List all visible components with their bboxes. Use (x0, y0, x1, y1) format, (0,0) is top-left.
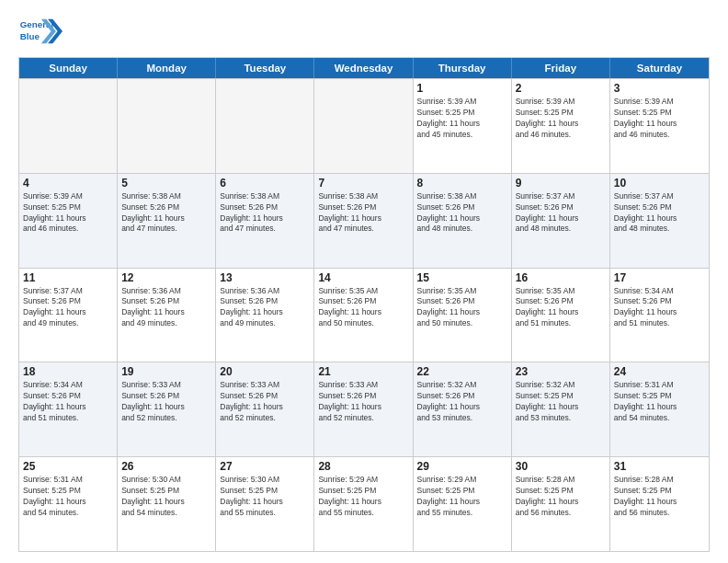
generalblue-logo-icon: General Blue (18, 15, 63, 48)
header-day-saturday: Saturday (610, 58, 709, 78)
calendar-day-13: 13Sunrise: 5:36 AMSunset: 5:26 PMDayligh… (216, 269, 314, 362)
day-number: 10 (614, 177, 705, 190)
logo: General Blue (18, 15, 63, 48)
day-info: Sunrise: 5:28 AMSunset: 5:25 PMDaylight:… (614, 475, 705, 519)
calendar-day-2: 2Sunrise: 5:39 AMSunset: 5:25 PMDaylight… (512, 79, 610, 173)
calendar-week-5: 25Sunrise: 5:31 AMSunset: 5:25 PMDayligh… (19, 456, 709, 551)
day-info: Sunrise: 5:38 AMSunset: 5:26 PMDaylight:… (121, 191, 211, 236)
calendar-week-1: 1Sunrise: 5:39 AMSunset: 5:25 PMDaylight… (19, 78, 709, 173)
calendar-day-20: 20Sunrise: 5:33 AMSunset: 5:26 PMDayligh… (216, 362, 314, 456)
calendar-day-18: 18Sunrise: 5:34 AMSunset: 5:26 PMDayligh… (19, 362, 118, 456)
day-info: Sunrise: 5:37 AMSunset: 5:26 PMDaylight:… (516, 191, 606, 236)
day-number: 20 (220, 365, 310, 378)
day-number: 27 (220, 460, 310, 473)
day-info: Sunrise: 5:30 AMSunset: 5:25 PMDaylight:… (220, 475, 310, 519)
day-number: 19 (121, 365, 211, 378)
calendar-day-15: 15Sunrise: 5:35 AMSunset: 5:26 PMDayligh… (414, 269, 512, 362)
day-number: 8 (417, 177, 507, 190)
calendar-week-3: 11Sunrise: 5:37 AMSunset: 5:26 PMDayligh… (19, 268, 709, 362)
calendar-body: 1Sunrise: 5:39 AMSunset: 5:25 PMDaylight… (19, 78, 709, 551)
day-number: 4 (23, 177, 113, 190)
day-info: Sunrise: 5:38 AMSunset: 5:26 PMDaylight:… (318, 191, 408, 236)
day-info: Sunrise: 5:32 AMSunset: 5:26 PMDaylight:… (417, 380, 507, 424)
day-info: Sunrise: 5:28 AMSunset: 5:25 PMDaylight:… (516, 475, 606, 519)
day-number: 16 (516, 271, 606, 284)
day-info: Sunrise: 5:30 AMSunset: 5:25 PMDaylight:… (121, 475, 211, 519)
calendar-day-30: 30Sunrise: 5:28 AMSunset: 5:25 PMDayligh… (512, 457, 610, 551)
calendar-empty-cell (216, 79, 314, 173)
calendar-day-25: 25Sunrise: 5:31 AMSunset: 5:25 PMDayligh… (19, 457, 118, 551)
header-day-tuesday: Tuesday (216, 58, 314, 78)
calendar-day-6: 6Sunrise: 5:38 AMSunset: 5:26 PMDaylight… (216, 174, 314, 268)
day-info: Sunrise: 5:32 AMSunset: 5:25 PMDaylight:… (516, 380, 606, 424)
svg-text:Blue: Blue (20, 31, 40, 41)
day-number: 21 (318, 365, 408, 378)
day-number: 31 (614, 460, 705, 473)
day-number: 29 (417, 460, 507, 473)
calendar-day-19: 19Sunrise: 5:33 AMSunset: 5:26 PMDayligh… (118, 362, 216, 456)
header-day-friday: Friday (512, 58, 610, 78)
calendar-week-2: 4Sunrise: 5:39 AMSunset: 5:25 PMDaylight… (19, 173, 709, 268)
day-info: Sunrise: 5:35 AMSunset: 5:26 PMDaylight:… (516, 286, 606, 330)
calendar-day-24: 24Sunrise: 5:31 AMSunset: 5:25 PMDayligh… (610, 362, 709, 456)
day-info: Sunrise: 5:39 AMSunset: 5:25 PMDaylight:… (417, 97, 507, 141)
day-number: 26 (121, 460, 211, 473)
day-number: 2 (516, 82, 606, 95)
calendar-day-14: 14Sunrise: 5:35 AMSunset: 5:26 PMDayligh… (314, 269, 413, 362)
calendar-day-10: 10Sunrise: 5:37 AMSunset: 5:26 PMDayligh… (610, 174, 709, 268)
day-info: Sunrise: 5:38 AMSunset: 5:26 PMDaylight:… (417, 191, 507, 236)
day-number: 25 (23, 460, 113, 473)
calendar-day-5: 5Sunrise: 5:38 AMSunset: 5:26 PMDaylight… (118, 174, 216, 268)
day-info: Sunrise: 5:34 AMSunset: 5:26 PMDaylight:… (23, 380, 113, 424)
day-number: 17 (614, 271, 705, 284)
day-info: Sunrise: 5:29 AMSunset: 5:25 PMDaylight:… (417, 475, 507, 519)
day-number: 28 (318, 460, 408, 473)
day-info: Sunrise: 5:37 AMSunset: 5:26 PMDaylight:… (614, 191, 705, 236)
day-number: 30 (516, 460, 606, 473)
calendar-day-4: 4Sunrise: 5:39 AMSunset: 5:25 PMDaylight… (19, 174, 118, 268)
day-info: Sunrise: 5:36 AMSunset: 5:26 PMDaylight:… (220, 286, 310, 330)
calendar-day-7: 7Sunrise: 5:38 AMSunset: 5:26 PMDaylight… (314, 174, 413, 268)
calendar-empty-cell (314, 79, 413, 173)
day-number: 13 (220, 271, 310, 284)
calendar-day-12: 12Sunrise: 5:36 AMSunset: 5:26 PMDayligh… (118, 269, 216, 362)
calendar-day-28: 28Sunrise: 5:29 AMSunset: 5:25 PMDayligh… (314, 457, 413, 551)
calendar-day-26: 26Sunrise: 5:30 AMSunset: 5:25 PMDayligh… (118, 457, 216, 551)
calendar-day-16: 16Sunrise: 5:35 AMSunset: 5:26 PMDayligh… (512, 269, 610, 362)
day-number: 9 (516, 177, 606, 190)
header-day-monday: Monday (118, 58, 216, 78)
day-info: Sunrise: 5:39 AMSunset: 5:25 PMDaylight:… (614, 97, 705, 141)
day-number: 5 (121, 177, 211, 190)
day-info: Sunrise: 5:39 AMSunset: 5:25 PMDaylight:… (23, 191, 113, 236)
calendar-day-9: 9Sunrise: 5:37 AMSunset: 5:26 PMDaylight… (512, 174, 610, 268)
calendar-empty-cell (118, 79, 216, 173)
day-info: Sunrise: 5:29 AMSunset: 5:25 PMDaylight:… (318, 475, 408, 519)
day-info: Sunrise: 5:33 AMSunset: 5:26 PMDaylight:… (121, 380, 211, 424)
day-info: Sunrise: 5:31 AMSunset: 5:25 PMDaylight:… (23, 475, 113, 519)
header-day-thursday: Thursday (414, 58, 512, 78)
day-number: 7 (318, 177, 408, 190)
day-info: Sunrise: 5:35 AMSunset: 5:26 PMDaylight:… (417, 286, 507, 330)
calendar-day-31: 31Sunrise: 5:28 AMSunset: 5:25 PMDayligh… (610, 457, 709, 551)
calendar-day-21: 21Sunrise: 5:33 AMSunset: 5:26 PMDayligh… (314, 362, 413, 456)
calendar: SundayMondayTuesdayWednesdayThursdayFrid… (18, 57, 710, 552)
header-day-sunday: Sunday (19, 58, 118, 78)
calendar-day-3: 3Sunrise: 5:39 AMSunset: 5:25 PMDaylight… (610, 79, 709, 173)
day-number: 15 (417, 271, 507, 284)
day-info: Sunrise: 5:31 AMSunset: 5:25 PMDaylight:… (614, 380, 705, 424)
day-info: Sunrise: 5:39 AMSunset: 5:25 PMDaylight:… (516, 97, 606, 141)
calendar-day-23: 23Sunrise: 5:32 AMSunset: 5:25 PMDayligh… (512, 362, 610, 456)
calendar-day-8: 8Sunrise: 5:38 AMSunset: 5:26 PMDaylight… (414, 174, 512, 268)
day-number: 22 (417, 365, 507, 378)
day-info: Sunrise: 5:35 AMSunset: 5:26 PMDaylight:… (318, 286, 408, 330)
day-number: 12 (121, 271, 211, 284)
day-info: Sunrise: 5:36 AMSunset: 5:26 PMDaylight:… (121, 286, 211, 330)
calendar-day-22: 22Sunrise: 5:32 AMSunset: 5:26 PMDayligh… (414, 362, 512, 456)
day-number: 18 (23, 365, 113, 378)
calendar-day-27: 27Sunrise: 5:30 AMSunset: 5:25 PMDayligh… (216, 457, 314, 551)
day-number: 11 (23, 271, 113, 284)
day-info: Sunrise: 5:34 AMSunset: 5:26 PMDaylight:… (614, 286, 705, 330)
day-info: Sunrise: 5:38 AMSunset: 5:26 PMDaylight:… (220, 191, 310, 236)
calendar-empty-cell (19, 79, 118, 173)
header-day-wednesday: Wednesday (314, 58, 413, 78)
